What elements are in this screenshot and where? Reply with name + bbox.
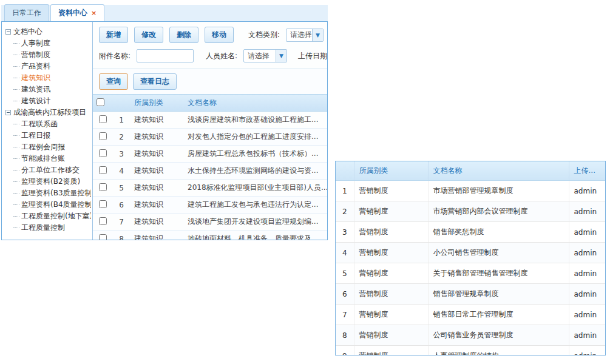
query-button[interactable]: 查询: [99, 73, 128, 90]
document-center-window: 日常工作 资料中心× 文档中心 人事制度 营销制度 产品资料 建筑知识 建筑资讯…: [1, 5, 328, 240]
tree-node-label: 监理资料(B2资质): [21, 177, 80, 186]
doc-category-select[interactable]: 请选择 ▼: [286, 29, 324, 42]
category-cell: 营销制度: [354, 201, 428, 222]
tree-connector: [13, 55, 19, 55]
category-cell: 建筑知识: [131, 163, 184, 180]
tree-node-label: 工程质量控制: [21, 223, 65, 232]
tree-node-clipped[interactable]: 工程质量控制: [5, 222, 91, 234]
row-checkbox[interactable]: [99, 200, 107, 208]
table-row[interactable]: 8建筑知识地砖地面材料、机具准备、质量要求及...: [93, 231, 327, 240]
table-row[interactable]: 9营销制度人事管理制度的结构admin: [336, 346, 606, 356]
table-header-row: 所属别类 文档名称: [93, 95, 327, 112]
tree-node[interactable]: 监理资料(B2资质): [5, 176, 91, 187]
tree-connector: [13, 78, 19, 78]
uploader-cell: admin: [569, 222, 606, 243]
row-checkbox[interactable]: [99, 115, 107, 123]
table-row[interactable]: 2营销制度市场营销部内部会议管理制度admin: [336, 201, 606, 222]
table-row[interactable]: 1营销制度市场营销部管理规章制度admin: [336, 181, 606, 201]
select-all-checkbox[interactable]: [97, 98, 104, 106]
tree-node[interactable]: 分工单位工作移交: [5, 164, 91, 176]
tree-node-label: 监理资料(B3质量控制): [21, 189, 91, 197]
tree-node-label: 工程例会周报: [21, 143, 65, 151]
table-row[interactable]: 3建筑知识房屋建筑工程总承包投标书（技术标）...: [93, 146, 327, 163]
window-body: 文档中心 人事制度 营销制度 产品资料 建筑知识 建筑资讯 建筑设计 成渝高铁内…: [1, 21, 328, 240]
person-name-select[interactable]: 请选择 ▼: [243, 49, 287, 62]
tree-connector: [13, 170, 19, 170]
row-checkbox[interactable]: [99, 149, 107, 157]
row-checkbox[interactable]: [99, 183, 107, 191]
tab-data-center[interactable]: 资料中心×: [50, 4, 104, 21]
chevron-down-icon: ▼: [312, 29, 323, 41]
category-cell: 建筑知识: [131, 197, 184, 214]
tree-node[interactable]: 人事制度: [5, 38, 91, 49]
row-index: 3: [336, 222, 354, 243]
header-checkbox-cell: [93, 95, 112, 112]
header-index-cell: [336, 161, 354, 181]
attachment-name-input[interactable]: [137, 49, 194, 62]
tree-node[interactable]: 营销制度: [5, 49, 91, 61]
tree-node[interactable]: 产品资料: [5, 61, 91, 72]
row-checkbox[interactable]: [99, 166, 107, 174]
row-index: 3: [112, 146, 131, 163]
row-index: 1: [112, 112, 131, 129]
table-row[interactable]: 2建筑知识对发包人指定分包的工程施工进度安排...: [93, 129, 327, 146]
tree-node-label: 文档中心: [13, 27, 42, 36]
tree-node[interactable]: 监理资料(B3质量控制): [5, 187, 91, 199]
header-category: 所属别类: [131, 95, 184, 112]
header-index-cell: [112, 95, 131, 112]
tree-node-document-center[interactable]: 文档中心: [5, 26, 91, 38]
tree-connector: [13, 216, 19, 217]
uploader-cell: admin: [569, 263, 606, 284]
tree-node[interactable]: 工程质量控制(地下室): [5, 211, 91, 222]
tree-node[interactable]: 建筑设计: [5, 95, 91, 107]
category-cell: 建筑知识: [131, 146, 184, 163]
table-row[interactable]: 4营销制度小公司销售管理制度admin: [336, 243, 606, 263]
row-checkbox[interactable]: [99, 217, 107, 225]
table-row[interactable]: 3营销制度销售部奖惩制度admin: [336, 222, 606, 243]
table-row[interactable]: 5营销制度关于销售部管理销售管理制度admin: [336, 263, 606, 284]
doc-name-cell: 销售部奖惩制度: [428, 222, 569, 243]
row-checkbox[interactable]: [99, 234, 107, 240]
collapse-icon[interactable]: [5, 29, 11, 35]
move-button[interactable]: 移动: [205, 27, 234, 43]
tree-node[interactable]: 工程联系函: [5, 118, 91, 130]
edit-button[interactable]: 修改: [134, 27, 163, 43]
category-cell: 营销制度: [354, 284, 428, 305]
uploader-cell: admin: [569, 243, 606, 263]
table-row[interactable]: 6营销制度销售部管理规章制度admin: [336, 284, 606, 305]
filter-toolbar: 附件名称: 人员姓名: 请选择 ▼ 上传日期: [93, 46, 327, 69]
row-index: 2: [336, 201, 354, 222]
table-row[interactable]: 4建筑知识水土保持生态环境监测网络的建设与资...: [93, 163, 327, 180]
tree-node[interactable]: 工程日报: [5, 130, 91, 141]
tree-node-project-root[interactable]: 成渝高铁内江标段项目: [5, 107, 91, 118]
select-value: 请选择: [244, 51, 276, 61]
tree-connector: [13, 43, 19, 44]
uploader-cell: admin: [569, 201, 606, 222]
category-cell: 建筑知识: [131, 112, 184, 129]
row-checkbox[interactable]: [99, 132, 107, 140]
table-row[interactable]: 5建筑知识2018标准化监理项目部(业主项目部)人员...: [93, 180, 327, 197]
tree-node[interactable]: 建筑资讯: [5, 84, 91, 95]
add-button[interactable]: 新增: [99, 27, 128, 43]
tree-connector: [13, 124, 19, 124]
tab-daily-work[interactable]: 日常工作: [4, 4, 49, 21]
tree-node[interactable]: 节能减排台账: [5, 153, 91, 164]
table-row[interactable]: 6建筑知识建筑工程施工发包与承包违法行为认定...: [93, 197, 327, 214]
doc-name-cell: 对发包人指定分包的工程施工进度安排...: [184, 129, 327, 146]
category-cell: 建筑知识: [131, 214, 184, 231]
upload-date-label: 上传日期: [298, 51, 327, 61]
delete-button[interactable]: 删除: [169, 27, 198, 43]
tree-node[interactable]: 监理资料(B4质量控制): [5, 199, 91, 211]
close-icon[interactable]: ×: [91, 9, 97, 17]
table-row[interactable]: 8营销制度公司销售业务员管理制度admin: [336, 325, 606, 346]
tree-node-selected[interactable]: 建筑知识: [5, 72, 91, 84]
view-log-button[interactable]: 查看日志: [133, 73, 177, 90]
table-row[interactable]: 7营销制度销售部日常工作管理制度admin: [336, 305, 606, 325]
tree-node-label: 人事制度: [21, 39, 50, 47]
category-cell: 营销制度: [354, 305, 428, 325]
tab-label: 资料中心: [58, 8, 87, 17]
collapse-icon[interactable]: [5, 110, 11, 115]
table-row[interactable]: 7建筑知识浅谈地产集团开发建设项目监理规划编...: [93, 214, 327, 231]
table-row[interactable]: 1建筑知识浅谈房屋建筑和市政基础设施工程施工...: [93, 112, 327, 129]
tree-node[interactable]: 工程例会周报: [5, 141, 91, 153]
